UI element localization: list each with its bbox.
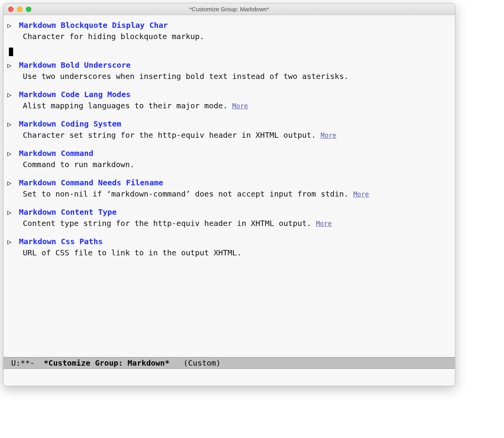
modeline-buffer-name: *Customize Group: Markdown*	[44, 358, 169, 368]
variable-name-link[interactable]: Markdown Css Paths	[19, 236, 103, 247]
variable-description: Content type string for the http-equiv h…	[7, 218, 312, 229]
variable-name-link[interactable]: Markdown Command Needs Filename	[19, 177, 163, 188]
more-link[interactable]: More	[232, 101, 248, 111]
buffer-area[interactable]: ▷ Markdown Blockquote Display Char Chara…	[3, 15, 455, 357]
expand-triangle-icon[interactable]: ▷	[7, 90, 15, 100]
more-link[interactable]: More	[321, 131, 337, 140]
customize-item: ▷ Markdown Command Command to run markdo…	[7, 148, 453, 170]
variable-name-link[interactable]: Markdown Code Lang Modes	[19, 89, 131, 100]
emacs-window: *Customize Group: Markdown* ▷ Markdown B…	[3, 3, 455, 386]
mode-line[interactable]: U:**- *Customize Group: Markdown* (Custo…	[3, 357, 455, 369]
variable-description: Set to non-nil if ‘markdown-command’ doe…	[7, 188, 349, 200]
variable-description: URL of CSS file to link to in the output…	[7, 247, 242, 258]
expand-triangle-icon[interactable]: ▷	[7, 178, 15, 188]
more-link[interactable]: More	[353, 190, 369, 199]
variable-name-link[interactable]: Markdown Coding System	[19, 118, 121, 130]
customize-item: ▷ Markdown Code Lang Modes Alist mapping…	[7, 89, 453, 111]
variable-description: Use two underscores when inserting bold …	[7, 71, 349, 82]
expand-triangle-icon[interactable]: ▷	[7, 237, 15, 247]
maximize-button[interactable]	[26, 7, 31, 12]
customize-item: ▷ Markdown Command Needs Filename Set to…	[7, 177, 453, 200]
customize-item: ▷ Markdown Bold Underscore Use two under…	[7, 60, 453, 82]
window-title: *Customize Group: Markdown*	[3, 6, 455, 12]
expand-triangle-icon[interactable]: ▷	[7, 149, 15, 159]
customize-item: ▷ Markdown Css Paths URL of CSS file to …	[7, 236, 453, 258]
customize-item: ▷ Markdown Coding System Character set s…	[7, 118, 453, 141]
variable-name-link[interactable]: Markdown Command	[19, 148, 94, 159]
variable-description: Alist mapping languages to their major m…	[7, 100, 228, 111]
variable-description: Character for hiding blockquote markup.	[7, 31, 204, 42]
variable-name-link[interactable]: Markdown Blockquote Display Char	[19, 20, 168, 31]
text-cursor	[9, 48, 13, 56]
close-button[interactable]	[8, 7, 14, 12]
variable-name-link[interactable]: Markdown Content Type	[19, 207, 117, 218]
variable-description: Command to run markdown.	[7, 159, 135, 170]
expand-triangle-icon[interactable]: ▷	[7, 119, 15, 129]
modeline-status: U:**-	[7, 358, 44, 368]
customize-item: ▷ Markdown Content Type Content type str…	[7, 207, 453, 229]
expand-triangle-icon[interactable]: ▷	[7, 60, 15, 70]
cursor-line	[7, 46, 453, 57]
variable-name-link[interactable]: Markdown Bold Underscore	[19, 60, 131, 71]
more-link[interactable]: More	[316, 219, 332, 229]
modeline-major-mode: (Custom)	[169, 358, 220, 368]
minibuffer-area[interactable]	[3, 369, 455, 386]
expand-triangle-icon[interactable]: ▷	[7, 21, 15, 31]
titlebar: *Customize Group: Markdown*	[3, 3, 455, 15]
minimize-button[interactable]	[17, 7, 22, 12]
expand-triangle-icon[interactable]: ▷	[7, 207, 15, 217]
variable-description: Character set string for the http-equiv …	[7, 130, 316, 141]
traffic-lights	[3, 7, 31, 12]
customize-item: ▷ Markdown Blockquote Display Char Chara…	[7, 20, 453, 42]
